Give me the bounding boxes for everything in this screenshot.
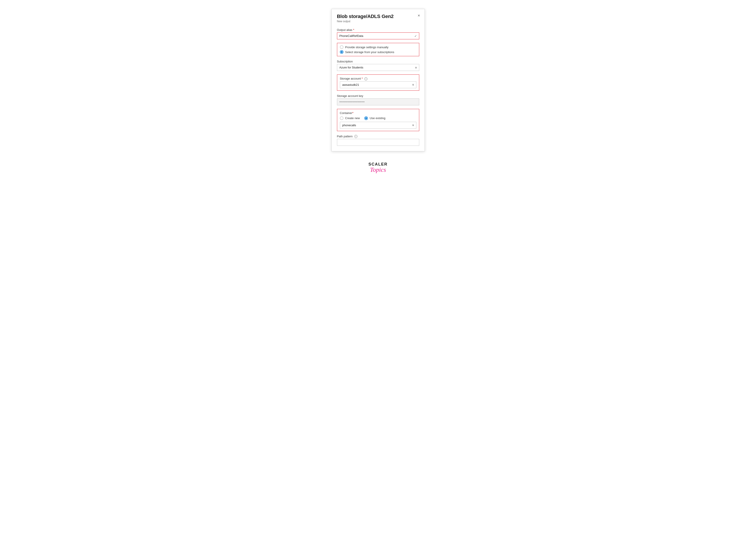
radio-create-new[interactable]: Create new <box>340 116 360 120</box>
dialog-body: Output alias * ✓ Provide storage setting… <box>332 25 425 151</box>
storage-account-wrapper: awsastudk21 ∨ <box>340 81 416 88</box>
container-select[interactable]: phonecalls <box>340 122 416 129</box>
output-alias-label: Output alias * <box>337 28 419 32</box>
container-label: Container* <box>340 111 416 115</box>
checkmark-icon: ✓ <box>414 34 417 38</box>
radio-manual-label: Provide storage settings manually <box>345 46 388 49</box>
container-box: Container* Create new Use existing phone… <box>337 109 419 131</box>
path-pattern-group: Path pattern i <box>337 135 419 146</box>
radio-manual[interactable]: Provide storage settings manually <box>340 45 416 49</box>
radio-circle-subscription <box>340 50 343 54</box>
dialog-header: Blob storage/ADLS Gen2 New output <box>332 9 425 25</box>
storage-account-key-group: Storage account key <box>337 94 419 105</box>
radio-circle-use <box>364 116 368 120</box>
storage-account-key-input <box>337 99 419 105</box>
path-pattern-input[interactable] <box>337 139 419 146</box>
subscription-select[interactable]: Azure for Students <box>337 64 419 71</box>
container-select-wrapper: phonecalls ∨ <box>340 122 416 129</box>
container-radio-group: Create new Use existing <box>340 116 416 120</box>
output-alias-input[interactable] <box>337 33 419 39</box>
path-pattern-wrapper <box>337 139 419 146</box>
output-alias-wrapper: ✓ <box>337 33 419 39</box>
storage-account-key-label: Storage account key <box>337 94 419 98</box>
storage-account-key-wrapper <box>337 99 419 105</box>
radio-circle-create <box>340 116 343 120</box>
radio-use-existing[interactable]: Use existing <box>364 116 385 120</box>
scaler-text: SCALER <box>368 162 387 167</box>
subscription-label: Subscription <box>337 60 419 63</box>
close-button[interactable]: × <box>417 13 421 18</box>
radio-use-label: Use existing <box>370 116 385 120</box>
storage-account-box: Storage account * i awsastudk21 ∨ <box>337 74 419 91</box>
subscription-group: Subscription Azure for Students ∨ <box>337 60 419 71</box>
subscription-wrapper: Azure for Students ∨ <box>337 64 419 71</box>
storage-account-info-icon[interactable]: i <box>364 77 368 80</box>
path-pattern-label: Path pattern i <box>337 135 419 138</box>
radio-subscription[interactable]: Select storage from your subscriptions <box>340 50 416 54</box>
storage-account-select[interactable]: awsastudk21 <box>340 81 416 88</box>
path-pattern-info-icon[interactable]: i <box>354 135 358 138</box>
radio-circle-manual <box>340 45 343 49</box>
output-alias-group: Output alias * ✓ <box>337 28 419 39</box>
blob-storage-dialog: Blob storage/ADLS Gen2 New output × Outp… <box>331 9 425 151</box>
storage-method-group: Provide storage settings manually Select… <box>337 43 419 56</box>
radio-subscription-label: Select storage from your subscriptions <box>345 50 394 54</box>
dialog-subtitle: New output <box>337 20 419 23</box>
radio-create-label: Create new <box>345 116 360 120</box>
dialog-title: Blob storage/ADLS Gen2 <box>337 13 419 19</box>
storage-account-label: Storage account * i <box>340 77 416 80</box>
topics-text: Topics <box>370 167 386 173</box>
scaler-logo: SCALER Topics <box>368 162 387 173</box>
